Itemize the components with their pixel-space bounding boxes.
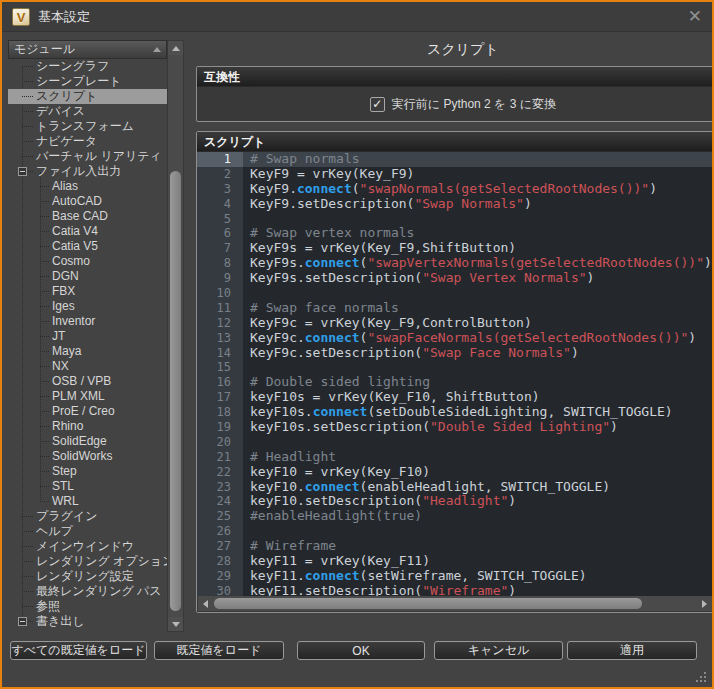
sidebar-item-プラグイン[interactable]: プラグイン bbox=[8, 509, 167, 524]
code-line[interactable]: 15 bbox=[197, 360, 712, 375]
code-text: KeyF9c.setDescription("Swap Face Normals… bbox=[243, 346, 712, 361]
scrollbar-track[interactable] bbox=[168, 55, 183, 617]
code-line[interactable]: 28keyF11 = vrKey(Key_F11) bbox=[197, 554, 712, 569]
code-line[interactable]: 4KeyF9.setDescription("Swap Normals") bbox=[197, 197, 712, 212]
code-line[interactable]: 19keyF10s.setDescription("Double Sided L… bbox=[197, 420, 712, 435]
code-line[interactable]: 7KeyF9s = vrKey(Key_F9,ShiftButton) bbox=[197, 241, 712, 256]
code-line[interactable]: 24keyF10.setDescription("Headlight") bbox=[197, 494, 712, 509]
script-editor[interactable]: 1# Swap normals2KeyF9 = vrKey(Key_F9)3Ke… bbox=[197, 152, 712, 596]
module-tree-header[interactable]: モジュール bbox=[8, 40, 167, 59]
scrollbar-thumb[interactable] bbox=[214, 598, 642, 609]
sidebar-item-step[interactable]: Step bbox=[8, 464, 167, 479]
python-convert-checkbox-row[interactable]: ✓ 実行前に Python 2 を 3 に変換 bbox=[370, 96, 556, 113]
sidebar-item-alias[interactable]: Alias bbox=[8, 179, 167, 194]
sidebar-item-最終レンダリング-パス[interactable]: 最終レンダリング パス bbox=[8, 584, 167, 599]
sidebar-item-autocad[interactable]: AutoCAD bbox=[8, 194, 167, 209]
code-line[interactable]: 14KeyF9c.setDescription("Swap Face Norma… bbox=[197, 346, 712, 361]
sidebar-item-バーチャル-リアリティ[interactable]: バーチャル リアリティ bbox=[8, 149, 167, 164]
sidebar-item-レンダリング-オプション[interactable]: レンダリング オプション bbox=[8, 554, 167, 569]
scroll-up-icon[interactable] bbox=[168, 41, 183, 55]
sidebar-item-catia-v4[interactable]: Catia V4 bbox=[8, 224, 167, 239]
tree-collapse-icon[interactable] bbox=[18, 617, 27, 626]
code-line[interactable]: 10 bbox=[197, 286, 712, 301]
code-line[interactable]: 25#enableHeadlight(true) bbox=[197, 509, 712, 524]
sidebar-item-label: Iges bbox=[52, 299, 75, 313]
sidebar-item-label: WRL bbox=[52, 494, 79, 508]
sidebar-item-proe-creo[interactable]: ProE / Creo bbox=[8, 404, 167, 419]
line-number: 17 bbox=[197, 390, 243, 405]
scroll-right-icon[interactable] bbox=[698, 596, 712, 611]
sidebar-item-osb-vpb[interactable]: OSB / VPB bbox=[8, 374, 167, 389]
sidebar-item-plm-xml[interactable]: PLM XML bbox=[8, 389, 167, 404]
code-line[interactable]: 2KeyF9 = vrKey(Key_F9) bbox=[197, 167, 712, 182]
resize-grip[interactable] bbox=[694, 670, 706, 682]
sidebar-item-dgn[interactable]: DGN bbox=[8, 269, 167, 284]
code-line[interactable]: 11# Swap face normals bbox=[197, 301, 712, 316]
sidebar-item-wrl[interactable]: WRL bbox=[8, 494, 167, 509]
code-line[interactable]: 27# Wireframe bbox=[197, 539, 712, 554]
sidebar-item-cosmo[interactable]: Cosmo bbox=[8, 254, 167, 269]
sidebar-item-ナビゲータ[interactable]: ナビゲータ bbox=[8, 134, 167, 149]
load-all-defaults-button[interactable]: すべての既定値をロード bbox=[10, 641, 147, 660]
code-line[interactable]: 6# Swap vertex normals bbox=[197, 226, 712, 241]
line-number: 20 bbox=[197, 435, 243, 450]
sidebar-scrollbar[interactable] bbox=[167, 40, 184, 632]
sidebar-item-fbx[interactable]: FBX bbox=[8, 284, 167, 299]
code-line[interactable]: 18keyF10s.connect(setDoubleSidedLighting… bbox=[197, 405, 712, 420]
sidebar-item-nx[interactable]: NX bbox=[8, 359, 167, 374]
sidebar-item-label: ナビゲータ bbox=[36, 134, 97, 148]
code-line[interactable]: 26 bbox=[197, 524, 712, 539]
sidebar-item-solidworks[interactable]: SolidWorks bbox=[8, 449, 167, 464]
sidebar-item-base-cad[interactable]: Base CAD bbox=[8, 209, 167, 224]
close-icon[interactable]: ✕ bbox=[688, 8, 702, 25]
sidebar-item-iges[interactable]: Iges bbox=[8, 299, 167, 314]
scrollbar-thumb[interactable] bbox=[170, 171, 181, 611]
cancel-button[interactable]: キャンセル bbox=[434, 641, 563, 660]
apply-button[interactable]: 適用 bbox=[567, 641, 697, 660]
code-line[interactable]: 16# Double sided lighting bbox=[197, 375, 712, 390]
tree-collapse-icon[interactable] bbox=[18, 167, 27, 176]
sidebar-item-inventor[interactable]: Inventor bbox=[8, 314, 167, 329]
code-line[interactable]: 1# Swap normals bbox=[197, 152, 712, 167]
code-line[interactable]: 9KeyF9s.setDescription("Swap Vertex Norm… bbox=[197, 271, 712, 286]
code-line[interactable]: 12KeyF9c = vrKey(Key_F9,ControlButton) bbox=[197, 316, 712, 331]
code-line[interactable]: 21# Headlight bbox=[197, 450, 712, 465]
code-line[interactable]: 20 bbox=[197, 435, 712, 450]
code-line[interactable]: 22keyF10 = vrKey(Key_F10) bbox=[197, 465, 712, 480]
sidebar-item-catia-v5[interactable]: Catia V5 bbox=[8, 239, 167, 254]
sidebar-item-solidedge[interactable]: SolidEdge bbox=[8, 434, 167, 449]
sidebar-item-ファイル入出力[interactable]: ファイル入出力 bbox=[8, 164, 167, 179]
code-line[interactable]: 17keyF10s = vrKey(Key_F10, ShiftButton) bbox=[197, 390, 712, 405]
ok-button[interactable]: OK bbox=[297, 641, 425, 660]
sidebar-item-トランスフォーム[interactable]: トランスフォーム bbox=[8, 119, 167, 134]
sidebar-item-書き出し[interactable]: 書き出し bbox=[8, 614, 167, 629]
sidebar-item-レンダリング設定[interactable]: レンダリング設定 bbox=[8, 569, 167, 584]
code-line[interactable]: 29keyF11.connect(setWireframe, SWITCH_TO… bbox=[197, 569, 712, 584]
sidebar-item-rhino[interactable]: Rhino bbox=[8, 419, 167, 434]
sidebar-item-ヘルプ[interactable]: ヘルプ bbox=[8, 524, 167, 539]
code-line[interactable]: 3KeyF9.connect("swapNormals(getSelectedR… bbox=[197, 182, 712, 197]
sidebar-item-参照[interactable]: 参照 bbox=[8, 599, 167, 614]
sidebar-item-maya[interactable]: Maya bbox=[8, 344, 167, 359]
sidebar-item-スクリプト[interactable]: スクリプト bbox=[8, 89, 167, 104]
code-line[interactable]: 23keyF10.connect(enableHeadlight, SWITCH… bbox=[197, 480, 712, 495]
sidebar-item-メインウインドウ[interactable]: メインウインドウ bbox=[8, 539, 167, 554]
editor-horizontal-scrollbar[interactable] bbox=[197, 596, 714, 612]
line-number: 5 bbox=[197, 212, 243, 227]
code-line[interactable]: 13KeyF9c.connect("swapFaceNormals(getSel… bbox=[197, 331, 712, 346]
sidebar-item-シーンプレート[interactable]: シーンプレート bbox=[8, 74, 167, 89]
sidebar-item-jt[interactable]: JT bbox=[8, 329, 167, 344]
sidebar-item-label: シーングラフ bbox=[36, 59, 109, 73]
code-line[interactable]: 30keyF11.setDescription("Wireframe") bbox=[197, 584, 712, 596]
load-defaults-button[interactable]: 既定値をロード bbox=[154, 641, 284, 660]
scrollbar-track[interactable] bbox=[212, 596, 698, 611]
line-number: 19 bbox=[197, 420, 243, 435]
sidebar-item-シーングラフ[interactable]: シーングラフ bbox=[8, 59, 167, 74]
code-line[interactable]: 5 bbox=[197, 212, 712, 227]
scroll-down-icon[interactable] bbox=[168, 617, 183, 631]
sidebar-item-stl[interactable]: STL bbox=[8, 479, 167, 494]
sidebar-item-デバイス[interactable]: デバイス bbox=[8, 104, 167, 119]
code-line[interactable]: 8KeyF9s.connect("swapVertexNormals(getSe… bbox=[197, 256, 712, 271]
scroll-left-icon[interactable] bbox=[198, 596, 212, 611]
checkbox-checked-icon[interactable]: ✓ bbox=[370, 97, 385, 112]
